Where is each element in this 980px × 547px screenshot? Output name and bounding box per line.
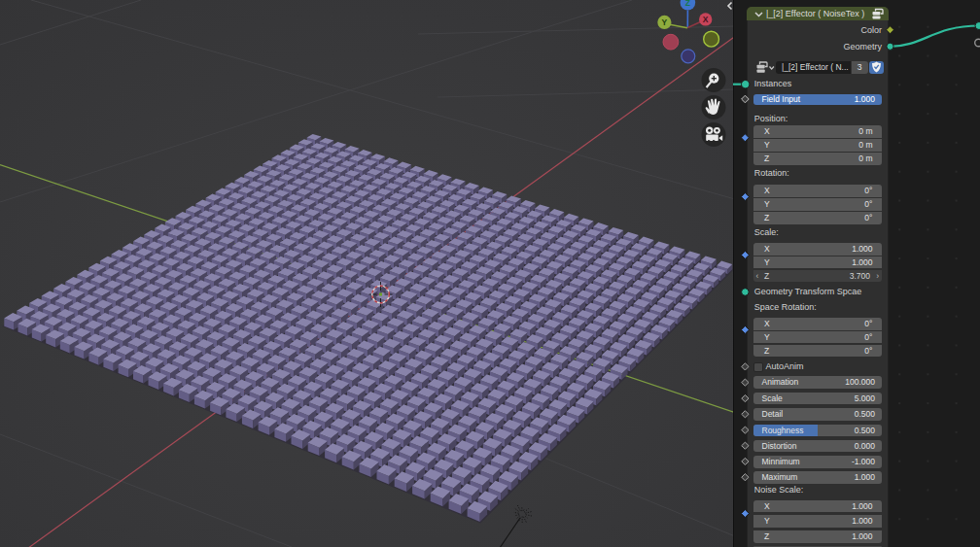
svg-text:Z: Z [685, 0, 690, 8]
svg-text:X: X [703, 15, 709, 24]
